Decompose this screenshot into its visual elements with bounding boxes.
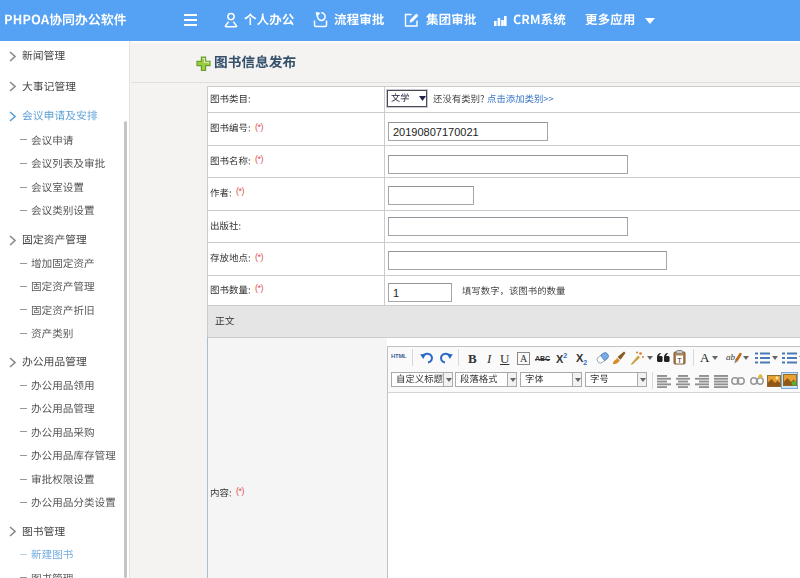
svg-text:T: T [677, 356, 682, 365]
svg-text:ab: ab [726, 352, 736, 362]
